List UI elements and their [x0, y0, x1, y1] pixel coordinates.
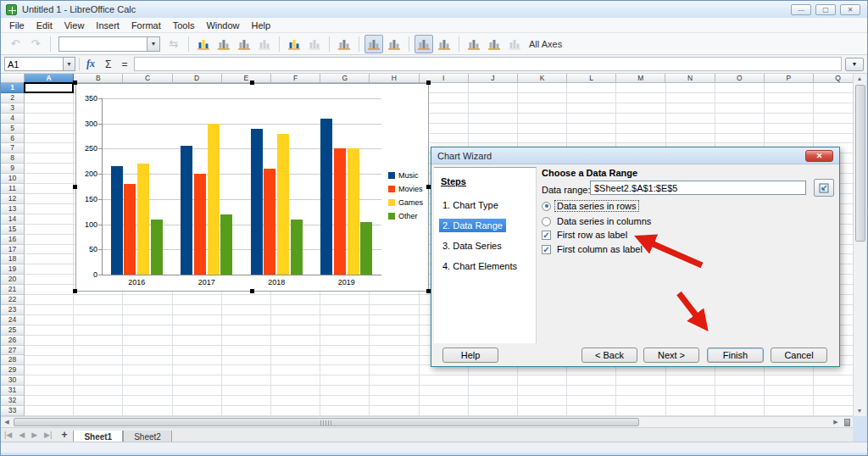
x-axes-icon[interactable] [364, 35, 383, 53]
row-header-28[interactable]: 28 [1, 355, 25, 365]
radio-label[interactable]: Data series in columns [555, 216, 653, 226]
row-header-29[interactable]: 29 [1, 365, 25, 375]
wizard-step-4[interactable]: 4. Chart Elements [439, 259, 520, 273]
help-button[interactable]: Help [442, 348, 498, 363]
sum-icon[interactable]: Σ [102, 58, 114, 70]
wizard-step-3[interactable]: 3. Data Series [439, 239, 505, 253]
shrink-range-button[interactable] [814, 179, 834, 197]
chart-wall-icon[interactable] [235, 35, 253, 53]
vertical-scroll-thumb[interactable] [855, 85, 865, 242]
bar-music-2019[interactable] [320, 119, 332, 275]
row-header-5[interactable]: 5 [1, 124, 25, 134]
name-box[interactable]: ▼ [4, 57, 75, 71]
bar-games-2017[interactable] [208, 124, 220, 275]
dialog-title-bar[interactable]: Chart Wizard ✕ [431, 147, 839, 164]
radio-data-series-in-columns[interactable] [542, 217, 551, 226]
first-sheet-icon[interactable]: |◀ [1, 428, 15, 442]
menu-file[interactable]: File [3, 19, 31, 32]
row-header-19[interactable]: 19 [1, 264, 25, 275]
column-header-o[interactable]: O [715, 74, 765, 83]
data-range-input[interactable] [590, 181, 806, 195]
selection-handle[interactable] [250, 81, 254, 85]
row-header-22[interactable]: 22 [1, 295, 25, 305]
menu-edit[interactable]: Edit [31, 19, 58, 32]
row-header-16[interactable]: 16 [1, 235, 25, 245]
data-table-icon[interactable] [285, 35, 303, 53]
formula-input[interactable] [134, 57, 842, 71]
row-header-27[interactable]: 27 [1, 346, 25, 356]
bar-music-2016[interactable] [111, 166, 123, 275]
close-button[interactable]: ✕ [840, 4, 860, 15]
select-all-corner[interactable] [1, 74, 25, 83]
column-header-b[interactable]: B [74, 74, 123, 83]
row-header-4[interactable]: 4 [1, 114, 25, 124]
previous-sheet-icon[interactable]: ◀ [15, 428, 28, 442]
cancel-button[interactable]: Cancel [771, 348, 827, 363]
scroll-up-icon[interactable]: ▲ [854, 74, 865, 84]
selected-cell-a1[interactable] [24, 82, 74, 93]
y-axis-title-icon[interactable] [485, 35, 504, 53]
row-header-13[interactable]: 13 [1, 204, 25, 214]
next-button[interactable]: Next > [643, 348, 699, 363]
horizontal-grids-icon[interactable] [415, 35, 433, 53]
scroll-right-icon[interactable]: ▶ [830, 417, 842, 427]
selection-handle[interactable] [73, 81, 77, 85]
row-header-9[interactable]: 9 [1, 164, 25, 174]
bar-movies-2019[interactable] [334, 148, 346, 275]
bar-other-2017[interactable] [220, 214, 232, 275]
selection-handle[interactable] [73, 185, 77, 189]
column-header-j[interactable]: J [469, 74, 518, 83]
column-header-g[interactable]: G [320, 74, 370, 83]
horizontal-scroll-thumb[interactable] [14, 418, 639, 426]
menu-insert[interactable]: Insert [90, 19, 125, 32]
combobox-dropdown-icon[interactable]: ▼ [147, 37, 159, 51]
vertical-grids-icon[interactable] [435, 35, 453, 53]
column-header-q[interactable]: Q [814, 74, 853, 83]
selection-handle[interactable] [426, 81, 431, 85]
row-header-24[interactable]: 24 [1, 315, 25, 325]
row-header-1[interactable]: 1 [1, 83, 25, 93]
bar-games-2018[interactable] [277, 134, 289, 275]
radio-label[interactable]: Data series in rows [555, 201, 638, 211]
wizard-step-2[interactable]: 2. Data Range [439, 219, 506, 232]
maximize-button[interactable]: ▢ [815, 4, 836, 15]
bar-movies-2017[interactable] [194, 174, 206, 275]
row-header-3[interactable]: 3 [1, 103, 25, 114]
y-axes-icon[interactable] [385, 35, 403, 53]
column-header-m[interactable]: M [616, 74, 665, 83]
bar-movies-2016[interactable] [124, 184, 136, 275]
vertical-scrollbar[interactable]: ▲ ▼ [853, 74, 866, 416]
bar-other-2018[interactable] [291, 220, 303, 275]
bar-other-2019[interactable] [360, 222, 372, 275]
checkbox-first-column-as-label[interactable]: ✓ [542, 245, 551, 254]
row-header-11[interactable]: 11 [1, 184, 25, 194]
function-wizard-icon[interactable]: fx [83, 58, 98, 70]
dialog-close-icon[interactable]: ✕ [805, 150, 833, 162]
column-header-l[interactable]: L [567, 74, 616, 83]
row-header-12[interactable]: 12 [1, 194, 25, 204]
embedded-chart[interactable]: 0501001502002503003502016201720182019Mus… [75, 83, 429, 292]
bar-other-2016[interactable] [151, 220, 163, 275]
row-header-21[interactable]: 21 [1, 285, 25, 295]
bar-music-2018[interactable] [251, 129, 263, 275]
wizard-step-1[interactable]: 1. Chart Type [439, 198, 502, 212]
row-header-15[interactable]: 15 [1, 225, 25, 235]
scroll-down-icon[interactable]: ▼ [854, 406, 865, 416]
row-header-8[interactable]: 8 [1, 153, 25, 164]
row-header-6[interactable]: 6 [1, 134, 25, 144]
row-header-18[interactable]: 18 [1, 254, 25, 264]
checkbox-first-row-as-label[interactable]: ✓ [542, 231, 551, 240]
checkbox-label[interactable]: First column as label [555, 244, 644, 254]
x-axis-title-icon[interactable] [465, 35, 483, 53]
checkbox-label[interactable]: First row as label [555, 230, 629, 240]
row-header-25[interactable]: 25 [1, 325, 25, 336]
row-header-7[interactable]: 7 [1, 143, 25, 153]
column-header-e[interactable]: E [222, 74, 271, 83]
minimize-button[interactable]: — [791, 4, 811, 15]
column-header-c[interactable]: C [123, 74, 172, 83]
menu-tools[interactable]: Tools [167, 19, 201, 32]
selection-handle[interactable] [73, 289, 77, 293]
row-header-26[interactable]: 26 [1, 336, 25, 346]
chart-type-icon[interactable] [194, 35, 213, 53]
bar-movies-2018[interactable] [264, 169, 275, 275]
